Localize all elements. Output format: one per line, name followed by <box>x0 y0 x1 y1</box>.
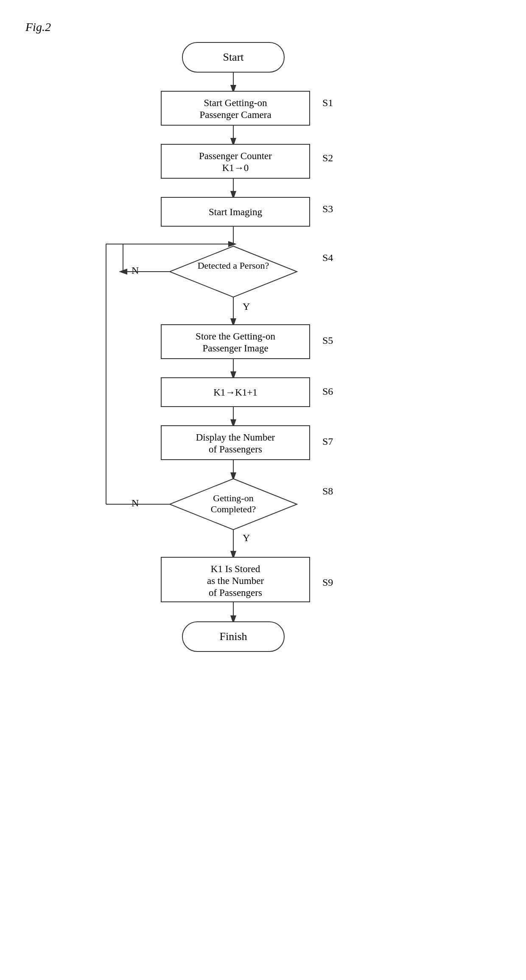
svg-text:S5: S5 <box>322 335 333 346</box>
svg-text:Display the Number: Display the Number <box>196 432 275 443</box>
page: Fig.2 Start S1 Start Getting-on Passenge… <box>0 0 526 980</box>
svg-text:K1 Is Stored: K1 Is Stored <box>211 564 260 574</box>
svg-text:S3: S3 <box>322 203 333 214</box>
svg-text:S4: S4 <box>322 252 333 263</box>
svg-rect-39 <box>161 426 310 460</box>
svg-rect-30 <box>161 325 310 359</box>
svg-text:S7: S7 <box>322 436 333 447</box>
svg-text:S2: S2 <box>322 152 333 163</box>
svg-text:S8: S8 <box>322 486 333 497</box>
svg-text:S1: S1 <box>322 97 333 108</box>
svg-text:Store the Getting-on: Store the Getting-on <box>196 331 275 342</box>
svg-text:Detected a Person?: Detected a Person? <box>198 260 269 271</box>
svg-text:Y: Y <box>243 532 250 543</box>
svg-text:Start Imaging: Start Imaging <box>209 207 262 217</box>
svg-text:Passenger Counter: Passenger Counter <box>199 151 272 161</box>
svg-text:Finish: Finish <box>219 630 247 643</box>
svg-text:K1→0: K1→0 <box>222 163 249 173</box>
svg-text:S9: S9 <box>322 577 333 588</box>
svg-text:Start Getting-on: Start Getting-on <box>204 98 267 108</box>
svg-text:Start: Start <box>223 51 244 63</box>
svg-text:Getting-on: Getting-on <box>213 493 253 503</box>
svg-text:of Passengers: of Passengers <box>209 444 262 455</box>
svg-text:K1→K1+1: K1→K1+1 <box>213 387 257 398</box>
svg-text:of Passengers: of Passengers <box>209 587 262 598</box>
svg-text:Y: Y <box>243 301 250 312</box>
svg-marker-22 <box>170 246 297 297</box>
svg-text:Completed?: Completed? <box>211 504 256 514</box>
svg-rect-7 <box>161 91 310 125</box>
svg-rect-12 <box>161 144 310 178</box>
svg-text:N: N <box>132 265 139 276</box>
svg-text:as the Number: as the Number <box>207 576 264 586</box>
svg-text:S6: S6 <box>322 386 333 397</box>
svg-text:Passenger Camera: Passenger Camera <box>199 110 271 120</box>
svg-text:Passenger Image: Passenger Image <box>202 343 268 354</box>
svg-text:N: N <box>132 497 139 508</box>
